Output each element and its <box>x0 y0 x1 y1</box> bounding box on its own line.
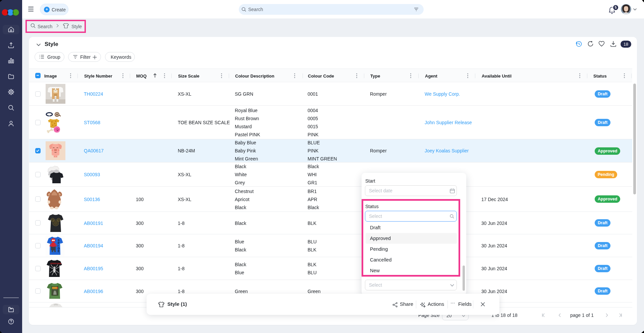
svg-text:SPIDER-MAN: SPIDER-MAN <box>50 263 61 265</box>
svg-text:HULK: HULK <box>53 287 58 289</box>
svg-text:E: E <box>58 249 60 253</box>
